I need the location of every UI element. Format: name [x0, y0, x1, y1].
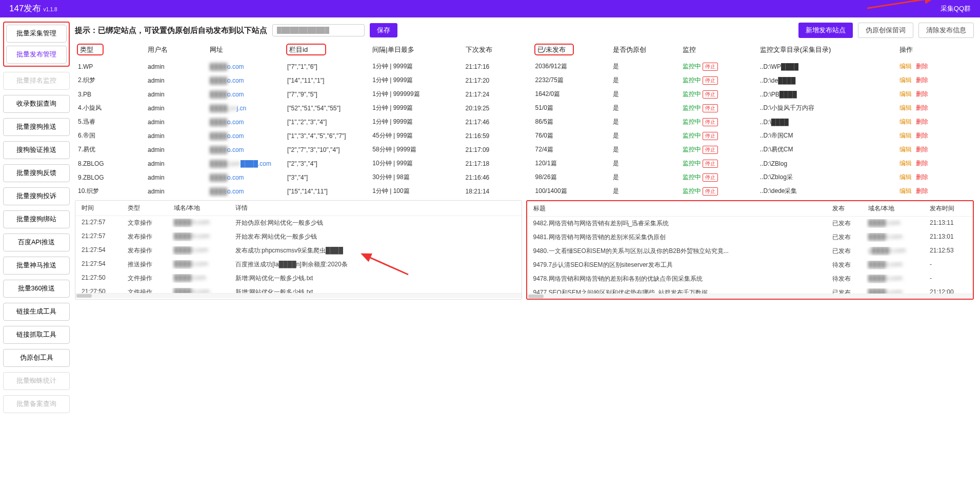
sidebar-item-13[interactable]: 批量蜘蛛统计 [3, 372, 70, 390]
stop-badge[interactable]: 停止 [703, 173, 718, 182]
cell-colid: ["7","9","5"] [284, 87, 369, 101]
table-header-row: 类型 用户名 网址 栏目id 间隔|单日最多 下次发布 已/未发布 是否伪原创 … [75, 41, 974, 60]
rh-domain: 域名/本地 [866, 204, 928, 213]
sidebar-item-5[interactable]: 批量搜狗投诉 [3, 187, 70, 205]
stop-badge[interactable]: 停止 [703, 104, 718, 112]
clear-button[interactable]: 清除发布信息 [918, 23, 974, 38]
edit-link[interactable]: 编辑 [899, 104, 912, 111]
cell-fake: 是 [610, 184, 679, 198]
sidebar-item-14[interactable]: 批量备案查询 [3, 395, 70, 413]
delete-link[interactable]: 删除 [916, 63, 928, 70]
cell-url[interactable]: ████o.com [207, 170, 284, 184]
sidebar-item-3[interactable]: 搜狗验证推送 [3, 141, 70, 159]
delete-link[interactable]: 删除 [916, 146, 928, 153]
cell-colid: ["52","51","54","55"] [284, 101, 369, 115]
log-row: 9477.SEO和SEM之间的区别和优劣势有哪些_站群发布千万数据已发布████… [527, 286, 973, 294]
stop-badge[interactable]: 停止 [703, 132, 718, 140]
cell-mon: 监控中停止 [679, 101, 757, 115]
delete-link[interactable]: 删除 [916, 90, 928, 98]
cell-url[interactable]: ████o.com [207, 60, 284, 73]
table-row: 5.迅睿admin████o.com["1","2","3","4"]1分钟 |… [75, 115, 974, 129]
cell-user: admin [145, 170, 207, 184]
sidebar-item-12[interactable]: 伪原创工具 [3, 349, 70, 367]
edit-link[interactable]: 编辑 [899, 132, 912, 139]
save-button[interactable]: 保存 [370, 23, 397, 37]
sidebar-item-collect-manage[interactable]: 批量采集管理 [6, 25, 67, 43]
log-row: 9479.7步认清SEO和SEM的区别siteserver发布工具待发布████… [527, 258, 973, 272]
sidebar-item-2[interactable]: 批量搜狗推送 [3, 118, 70, 136]
edit-link[interactable]: 编辑 [899, 118, 912, 125]
cell-dir: ..D:\易优CM [757, 143, 896, 157]
delete-link[interactable]: 删除 [916, 132, 928, 139]
cell-url[interactable]: ████o.com [207, 87, 284, 101]
stop-badge[interactable]: 停止 [703, 118, 718, 126]
sidebar-item-0[interactable]: 批量排名监控 [3, 72, 70, 90]
qq-group-link[interactable]: 采集QQ群 [941, 0, 971, 17]
delete-link[interactable]: 删除 [916, 118, 928, 125]
stop-badge[interactable]: 停止 [703, 146, 718, 154]
cell-url[interactable]: ████o.com [207, 73, 284, 87]
cell-next: 21:17:09 [463, 143, 532, 157]
keep-word-button[interactable]: 伪原创保留词 [858, 23, 913, 38]
sidebar-item-9[interactable]: 批量360推送 [3, 280, 70, 298]
stop-badge[interactable]: 停止 [703, 63, 718, 71]
cell-url[interactable]: ████o.com [207, 115, 284, 129]
edit-link[interactable]: 编辑 [899, 63, 912, 70]
add-site-button[interactable]: 新增发布站点 [798, 23, 853, 38]
log-left-scrollbar[interactable] [75, 293, 522, 298]
cell-done: 120/1篇 [532, 157, 610, 170]
topbar: 147发布v1.1.8 采集QQ群 [0, 0, 980, 17]
cell-url[interactable]: ████o.com [207, 129, 284, 143]
delete-link[interactable]: 删除 [916, 173, 928, 181]
sidebar-item-7[interactable]: 百度API推送 [3, 233, 70, 251]
sidebar-item-11[interactable]: 链接抓取工具 [3, 326, 70, 344]
cell-op: 编辑删除 [896, 115, 974, 129]
cell-url[interactable]: ████j.cnj.cn [207, 101, 284, 115]
edit-link[interactable]: 编辑 [899, 90, 912, 98]
cell-user: admin [145, 184, 207, 198]
cell-url[interactable]: ████o.com [207, 184, 284, 198]
stop-badge[interactable]: 停止 [703, 160, 718, 168]
token-input[interactable] [272, 24, 365, 36]
delete-link[interactable]: 删除 [916, 76, 928, 84]
cell-op: 编辑删除 [896, 157, 974, 170]
th-user: 用户名 [145, 41, 207, 60]
log-row: 9478.网络营销和网络营销的差别和各别的优缺点帝国采集系统待发布████o.c… [527, 272, 973, 286]
cell-done: 2232/75篇 [532, 73, 610, 87]
cell-mon: 监控中停止 [679, 170, 757, 184]
toolbar: 提示：已绑定站点，可设置伪原创后自动发布到以下站点 保存 新增发布站点 伪原创保… [75, 23, 974, 38]
log-right-scrollbar[interactable] [527, 294, 973, 299]
cell-type: 6.帝国 [75, 129, 145, 143]
sidebar-item-10[interactable]: 链接生成工具 [3, 303, 70, 321]
edit-link[interactable]: 编辑 [899, 160, 912, 167]
cell-url[interactable]: ████o.com [207, 143, 284, 157]
edit-link[interactable]: 编辑 [899, 187, 912, 194]
cell-url[interactable]: ████.com████.com [207, 157, 284, 170]
sidebar-item-4[interactable]: 批量搜狗反馈 [3, 164, 70, 182]
edit-link[interactable]: 编辑 [899, 76, 912, 84]
cell-dir: ..D:\ZBlog [757, 157, 896, 170]
edit-link[interactable]: 编辑 [899, 173, 912, 181]
cell-fake: 是 [610, 60, 679, 73]
cell-next: 21:17:46 [463, 115, 532, 129]
sidebar-item-8[interactable]: 批量神马推送 [3, 257, 70, 275]
delete-link[interactable]: 删除 [916, 104, 928, 111]
cell-mon: 监控中停止 [679, 60, 757, 73]
edit-link[interactable]: 编辑 [899, 146, 912, 153]
cell-fake: 是 [610, 101, 679, 115]
cell-mon: 监控中停止 [679, 129, 757, 143]
log-row: 9482.网络营销与网络营销有差别吗_迅睿采集系统已发布████i.com21:… [527, 217, 973, 230]
delete-link[interactable]: 删除 [916, 187, 928, 194]
sidebar-item-1[interactable]: 收录数据查询 [3, 95, 70, 113]
sidebar: 批量采集管理 批量发布管理 批量排名监控 收录数据查询 批量搜狗推送 搜狗验证推… [0, 17, 73, 422]
stop-badge[interactable]: 停止 [703, 90, 718, 99]
sidebar-item-publish-manage[interactable]: 批量发布管理 [6, 46, 67, 64]
sidebar-item-6[interactable]: 批量搜狗绑站 [3, 210, 70, 228]
delete-link[interactable]: 删除 [916, 160, 928, 167]
cell-done: 98/26篇 [532, 170, 610, 184]
stop-badge[interactable]: 停止 [703, 187, 718, 196]
cell-type: 3.PB [75, 87, 145, 101]
stop-badge[interactable]: 停止 [703, 76, 718, 85]
cell-colid: ["7","1","6"] [284, 60, 369, 73]
log-row: 9481.网络营销与网络营销的差别米拓采集伪原创已发布████o.com21:1… [527, 230, 973, 244]
